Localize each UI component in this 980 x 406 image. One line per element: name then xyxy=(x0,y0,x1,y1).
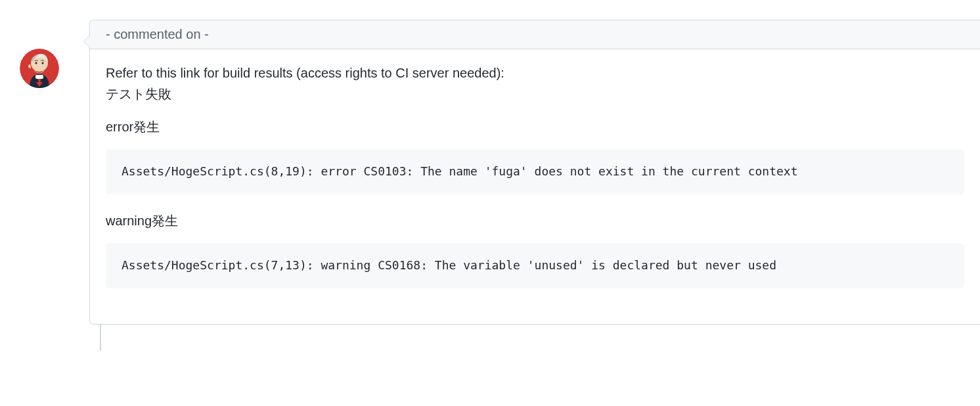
svg-rect-4 xyxy=(35,75,43,79)
comment-header: - commented on - xyxy=(90,20,980,49)
comment-action: commented xyxy=(114,27,183,41)
comment-date[interactable]: - xyxy=(204,27,209,41)
comment-caret xyxy=(83,35,90,48)
comment-author[interactable]: - xyxy=(106,27,110,41)
body-line2: テスト失敗 xyxy=(106,87,171,101)
comment-body: Refer to this link for build results (ac… xyxy=(90,49,980,324)
comment-on: on xyxy=(186,27,200,41)
comment-box: - commented on - Refer to this link for … xyxy=(89,20,980,325)
error-code-block: Assets/HogeScript.cs(8,19): error CS0103… xyxy=(106,149,964,194)
body-line1: Refer to this link for build results (ac… xyxy=(106,66,504,80)
svg-point-2 xyxy=(35,62,37,64)
warning-heading: warning発生 xyxy=(106,210,964,231)
timeline-container: - commented on - Refer to this link for … xyxy=(0,20,980,351)
warning-code-block: Assets/HogeScript.cs(7,13): warning CS01… xyxy=(106,243,964,288)
jenkins-avatar[interactable] xyxy=(20,49,59,88)
error-heading: error発生 xyxy=(106,116,964,137)
spacer xyxy=(66,325,980,351)
svg-point-3 xyxy=(41,62,43,64)
